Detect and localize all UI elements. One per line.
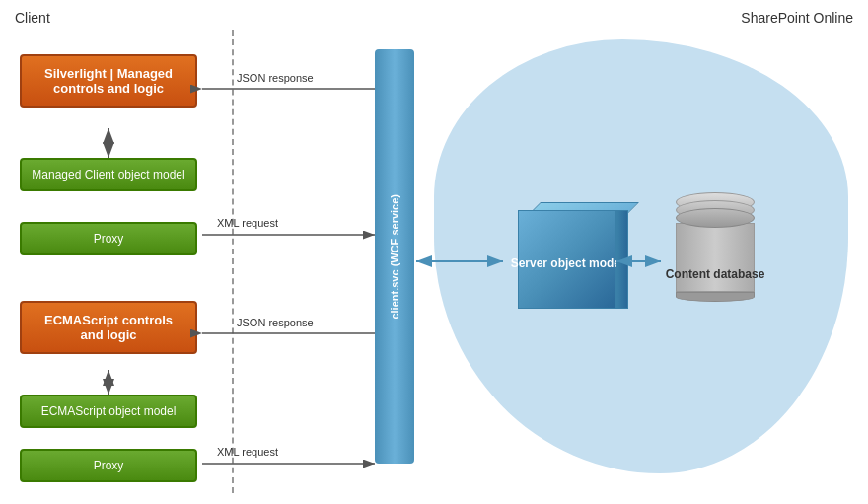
cylinder-label: Content database — [666, 267, 765, 281]
cylinder-bottom — [676, 292, 755, 302]
dashed-divider — [232, 30, 234, 493]
diagram-container: Client SharePoint Online client.svc (WCF… — [0, 0, 868, 504]
proxy-top-label: Proxy — [94, 232, 124, 246]
wcf-label: client.svc (WCF service) — [389, 194, 400, 320]
json-label-top: JSON response — [237, 72, 314, 84]
ecmascript-box: ECMAScript controls and logic — [20, 301, 197, 354]
content-database: Content database — [666, 192, 764, 321]
server-box-face: Server object model — [518, 210, 616, 309]
xml-label-bottom: XML request — [217, 446, 278, 458]
json-label-bottom: JSON response — [237, 317, 314, 328]
ecmascript-model-box: ECMAScript object model — [20, 395, 197, 428]
managed-client-label: Managed Client object model — [32, 168, 184, 181]
wcf-bar: client.svc (WCF service) — [375, 49, 414, 464]
ecmascript-label: ECMAScript controls and logic — [44, 313, 173, 342]
server-box: Server object model — [518, 202, 626, 311]
managed-client-box: Managed Client object model — [20, 158, 197, 191]
client-label: Client — [15, 10, 50, 26]
silverlight-box: Silverlight | Managed controls and logic — [20, 54, 197, 108]
cylinder-top3 — [676, 208, 755, 228]
xml-label-top: XML request — [217, 217, 278, 229]
proxy-top-box: Proxy — [20, 222, 197, 255]
server-box-side — [616, 210, 628, 309]
cylinder-body: Content database — [676, 223, 755, 292]
silverlight-label: Silverlight | Managed controls and logic — [44, 66, 173, 96]
ecmascript-model-label: ECMAScript object model — [41, 404, 177, 418]
proxy-bottom-box: Proxy — [20, 449, 197, 482]
server-box-label: Server object model — [511, 256, 624, 270]
proxy-bottom-label: Proxy — [94, 459, 124, 472]
cloud-area: Server object model Content database — [434, 39, 848, 473]
sharepoint-label: SharePoint Online — [741, 10, 853, 26]
